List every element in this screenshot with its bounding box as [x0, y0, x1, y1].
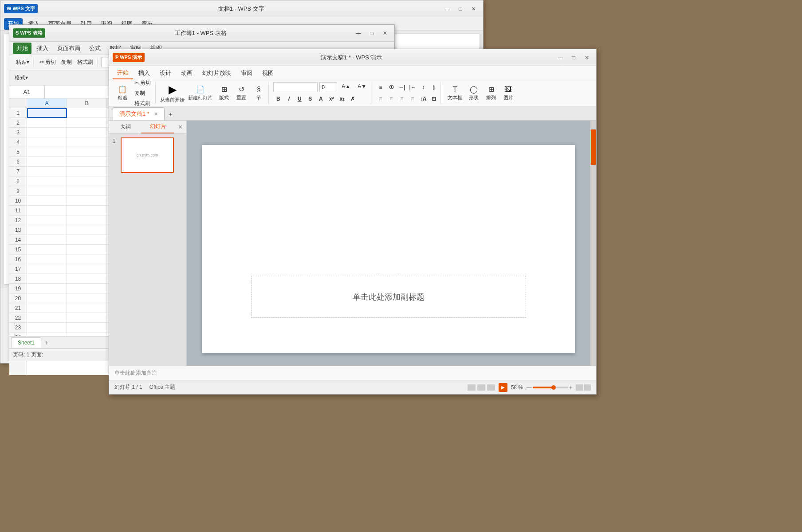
cell-B5[interactable]	[67, 147, 107, 157]
cell-B11[interactable]	[67, 206, 107, 215]
cell-B8[interactable]	[67, 176, 107, 186]
copy-button[interactable]: 复制	[59, 58, 74, 67]
spreadsheet-close-button[interactable]: ✕	[379, 28, 391, 38]
slides-tab[interactable]: 幻灯片	[142, 121, 174, 133]
vertical-align-button[interactable]: ⊡	[429, 94, 439, 104]
arrange-button[interactable]: ⊞ 排列	[483, 84, 499, 102]
cell-B20[interactable]	[67, 293, 107, 303]
cell-B17[interactable]	[67, 264, 107, 274]
presentation-close-button[interactable]: ✕	[581, 53, 593, 63]
add-sheet-button[interactable]: +	[41, 337, 52, 348]
presentation-font-selector[interactable]	[273, 82, 318, 92]
outline-tab[interactable]: 大纲	[109, 121, 142, 133]
paste-toolbar-button[interactable]: 📋 粘贴	[114, 84, 130, 102]
outline-view-button[interactable]	[477, 384, 485, 391]
cell-A9[interactable]	[27, 186, 67, 196]
scrollbar-thumb[interactable]	[591, 129, 596, 165]
layout-button[interactable]: ⊞ 版式	[216, 84, 232, 102]
add-tab-button[interactable]: +	[165, 109, 176, 120]
clear-format-button[interactable]: ✗	[348, 94, 358, 104]
pres-menu-animation[interactable]: 动画	[177, 67, 197, 79]
strikethrough-pres-button[interactable]: S	[305, 94, 315, 104]
cell-A6[interactable]	[27, 157, 67, 167]
more-tools[interactable]: 格式▾	[12, 73, 31, 83]
cell-A14[interactable]	[27, 235, 67, 245]
format-paint-button[interactable]: 格式刷	[75, 58, 95, 67]
cell-B1[interactable]	[67, 108, 107, 118]
cell-A13[interactable]	[27, 225, 67, 235]
italic-pres-button[interactable]: I	[284, 94, 294, 104]
cell-B13[interactable]	[67, 225, 107, 235]
cell-B15[interactable]	[67, 245, 107, 254]
cell-A18[interactable]	[27, 274, 67, 284]
cell-B4[interactable]	[67, 137, 107, 147]
subscript-button[interactable]: x₂	[337, 94, 347, 104]
superscript-button[interactable]: x²	[326, 94, 336, 104]
cut-button[interactable]: ✂ 剪切	[132, 78, 153, 88]
cell-B12[interactable]	[67, 215, 107, 225]
pres-menu-slideshow[interactable]: 幻灯片放映	[198, 67, 236, 79]
cell-B16[interactable]	[67, 254, 107, 264]
pres-menu-design[interactable]: 设计	[155, 67, 176, 79]
bullet-list-button[interactable]: ≡	[376, 82, 385, 92]
cell-B9[interactable]	[67, 186, 107, 196]
increase-indent-button[interactable]: →|	[397, 82, 407, 92]
pres-menu-insert[interactable]: 插入	[134, 67, 154, 79]
section-button[interactable]: § 节	[251, 84, 267, 102]
presentation-maximize-button[interactable]: □	[568, 53, 579, 63]
shape-button[interactable]: ◯ 形状	[466, 84, 482, 102]
cell-B6[interactable]	[67, 157, 107, 167]
pres-menu-review[interactable]: 审阅	[236, 67, 257, 79]
image-button[interactable]: 🖼 图片	[500, 84, 516, 102]
cell-A5[interactable]	[27, 147, 67, 157]
bold-pres-button[interactable]: B	[273, 94, 283, 104]
presentation-tab-1[interactable]: 演示文稿1 * ✕	[113, 107, 165, 120]
format-paint-button[interactable]: 格式刷	[132, 99, 153, 108]
slide-canvas[interactable]: 单击此处添加副标题	[202, 145, 575, 353]
cell-A19[interactable]	[27, 284, 67, 293]
cell-B22[interactable]	[67, 313, 107, 323]
cell-B3[interactable]	[67, 128, 107, 137]
presentation-minimize-button[interactable]: —	[554, 53, 566, 63]
vertical-scrollbar[interactable]	[590, 121, 596, 378]
zoom-slider-thumb[interactable]	[551, 385, 556, 390]
cell-A20[interactable]	[27, 293, 67, 303]
increase-font-button[interactable]: A▲	[339, 82, 353, 92]
font-color-button[interactable]: A	[316, 94, 326, 104]
cell-A7[interactable]	[27, 167, 67, 176]
cell-B19[interactable]	[67, 284, 107, 293]
play-slideshow-button[interactable]: ▶	[499, 383, 507, 392]
zoom-slider[interactable]	[533, 387, 568, 388]
align-center-button[interactable]: ≡	[386, 94, 396, 104]
align-left-button[interactable]: ≡	[376, 94, 385, 104]
cut-button[interactable]: ✂ 剪切	[37, 58, 58, 67]
writer-minimize-button[interactable]: —	[441, 4, 453, 14]
status-icon-2[interactable]	[584, 384, 591, 391]
cell-A11[interactable]	[27, 206, 67, 215]
decrease-indent-button[interactable]: |←	[408, 82, 417, 92]
slideshow-icon[interactable]: ▶	[169, 83, 177, 96]
cell-A23[interactable]	[27, 323, 67, 332]
writer-close-button[interactable]: ✕	[468, 4, 480, 14]
cell-A15[interactable]	[27, 245, 67, 254]
cell-A16[interactable]	[27, 254, 67, 264]
cell-A3[interactable]	[27, 128, 67, 137]
spreadsheet-minimize-button[interactable]: —	[353, 28, 364, 38]
cell-A22[interactable]	[27, 313, 67, 323]
spreadsheet-menu-insert[interactable]: 插入	[33, 43, 52, 54]
cell-A8[interactable]	[27, 176, 67, 186]
line-spacing-button[interactable]: ↕	[418, 82, 428, 92]
underline-pres-button[interactable]: U	[295, 94, 304, 104]
slide-thumbnail-1[interactable]: gh.pym.com	[121, 137, 174, 173]
columns-button[interactable]: ⫿	[429, 82, 439, 92]
cell-B14[interactable]	[67, 235, 107, 245]
number-list-button[interactable]: ①	[386, 82, 396, 92]
spreadsheet-menu-layout[interactable]: 页面布局	[54, 43, 84, 54]
writer-maximize-button[interactable]: □	[455, 4, 466, 14]
cell-A21[interactable]	[27, 303, 67, 313]
status-icon-1[interactable]	[576, 384, 583, 391]
zoom-out-button[interactable]: —	[527, 384, 532, 391]
decrease-font-button[interactable]: A▼	[355, 82, 369, 92]
copy-button[interactable]: 复制	[132, 89, 153, 98]
cell-A4[interactable]	[27, 137, 67, 147]
